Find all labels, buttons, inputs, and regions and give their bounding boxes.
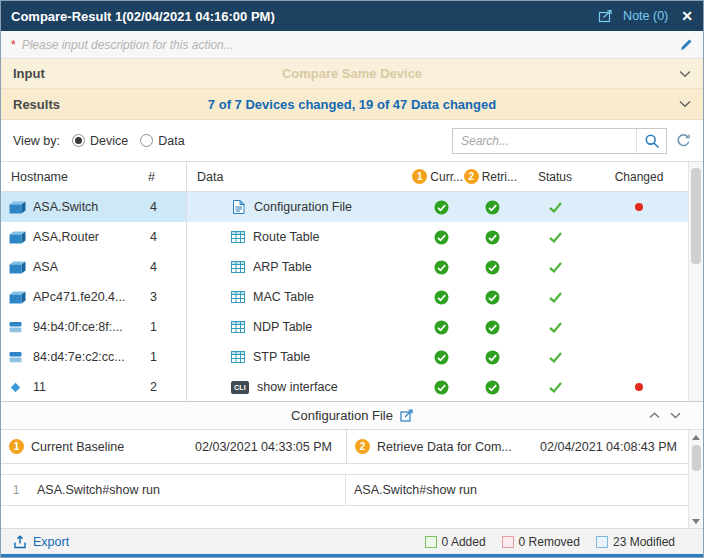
device-table-body: ASA.Switch4ASA,Router4ASA4APc471.fe20.4.… [1,192,186,402]
success-check-icon [434,290,449,305]
diff-row: 1 ASA.Switch#show run ASA.Switch#show ru… [1,474,703,506]
device-row[interactable]: APc471.fe20.4...3 [1,282,186,312]
export-button[interactable]: Export [13,535,69,549]
switch-icon [9,201,27,214]
device-change-count: 1 [150,350,186,364]
current-status-cell [415,350,467,365]
table-scrollbar-thumb[interactable] [691,168,701,264]
status-cell [517,202,593,213]
collapse-up-icon[interactable] [649,412,660,419]
data-label: ARP Table [253,260,312,274]
device-row[interactable]: 94:b4:0f:ce:8f:...1 [1,312,186,342]
status-cell [517,322,593,333]
close-icon[interactable]: ✕ [681,9,693,23]
results-section-header[interactable]: Results 7 of 7 Devices changed, 19 of 47… [1,89,703,120]
device-change-count: 4 [150,200,186,214]
data-row[interactable]: Route Table [187,222,703,252]
table-scrollbar[interactable] [688,162,703,401]
required-marker: * [11,38,16,52]
success-check-icon [434,200,449,215]
retrieve-status-cell [467,260,517,275]
input-section-label: Input [13,66,45,81]
popout-icon[interactable] [598,9,614,23]
status-cell [517,292,593,303]
search-icon[interactable] [636,129,666,153]
input-section-header[interactable]: Input Compare Same Device [1,59,703,89]
footer-bar: Export 0 Added 0 Removed 23 Modified [1,528,703,554]
changed-indicator-icon [635,383,643,391]
baseline1-label: Current Baseline [31,440,124,454]
radio-data[interactable]: Data [140,134,184,148]
data-row[interactable]: NDP Table [187,312,703,342]
device-hostname: APc471.fe20.4... [33,290,150,304]
device-row[interactable]: 84:d4:7e:c2:cc...1 [1,342,186,372]
data-row[interactable]: ARP Table [187,252,703,282]
retrieve-status-cell [467,200,517,215]
success-check-icon [485,380,500,395]
data-row[interactable]: Configuration File [187,192,703,222]
success-check-icon [434,350,449,365]
description-input[interactable] [20,37,680,53]
view-by-label: View by: [13,134,60,148]
device-hostname: ASA,Router [33,230,150,244]
data-table-body: Configuration FileRoute TableARP TableMA… [187,192,703,402]
results-summary: 7 of 7 Devices changed, 19 of 47 Data ch… [208,97,496,112]
baseline-row: 1 Current Baseline 02/03/2021 04:33:05 P… [1,430,703,464]
collapse-down-icon[interactable] [670,412,681,419]
detail-panel-body: 1 Current Baseline 02/03/2021 04:33:05 P… [1,430,703,528]
retrieve-status-cell [467,350,517,365]
device-row[interactable]: 112 [1,372,186,402]
device-hostname: 11 [33,380,150,394]
device-row[interactable]: ASA4 [1,252,186,282]
baseline1-badge: 1 [9,439,24,454]
title-bar: Compare-Result 1(02/04/2021 04:16:00 PM)… [1,1,703,31]
status-check-icon [549,262,562,273]
device-row[interactable]: ASA,Router4 [1,222,186,252]
external-link-icon[interactable] [400,409,413,422]
device-change-count: 1 [150,320,186,334]
chevron-down-icon[interactable] [679,70,691,78]
current-status-cell [415,230,467,245]
data-row[interactable]: MAC Table [187,282,703,312]
edit-pencil-icon[interactable] [680,38,693,51]
status-cell [517,352,593,363]
export-icon [13,535,27,549]
radio-device-icon[interactable] [72,134,85,147]
status-check-icon [549,322,562,333]
detail-scrollbar[interactable] [688,430,703,528]
refresh-icon[interactable] [676,133,691,148]
diff-area: 1 ASA.Switch#show run ASA.Switch#show ru… [1,464,703,528]
search-input[interactable] [453,129,636,153]
changed-cell [593,383,685,391]
status-cell [517,232,593,243]
baseline1-timestamp: 02/03/2021 04:33:05 PM [195,440,332,454]
baseline1-badge: 1 [412,169,427,184]
end-system-icon [9,321,27,334]
modified-color-swatch [596,536,608,548]
data-label: MAC Table [253,290,314,304]
access-point-icon [9,291,27,304]
changed-column-header: Changed [593,170,685,184]
chevron-down-icon[interactable] [679,100,691,108]
data-row[interactable]: CLIshow interface [187,372,703,402]
device-table: Hostname # ASA.Switch4ASA,Router4ASA4APc… [1,162,187,401]
changed-cell [593,203,685,211]
status-cell [517,262,593,273]
scroll-down-icon[interactable] [689,514,703,528]
success-check-icon [485,290,500,305]
data-label: STP Table [253,350,310,364]
current-status-cell [415,260,467,275]
device-row[interactable]: ASA.Switch4 [1,192,186,222]
retrieve-status-cell [467,230,517,245]
device-hostname: ASA.Switch [33,200,150,214]
radio-data-icon[interactable] [140,134,153,147]
data-row[interactable]: STP Table [187,342,703,372]
note-button[interactable]: Note (0) [623,9,668,23]
radio-device[interactable]: Device [72,134,128,148]
baseline2-label: Retrieve Data for Com... [377,440,512,454]
status-check-icon [549,292,562,303]
scroll-up-icon[interactable] [689,430,703,444]
success-check-icon [485,200,500,215]
detail-scrollbar-thumb[interactable] [692,445,701,471]
hostname-column-header: Hostname [1,170,148,184]
